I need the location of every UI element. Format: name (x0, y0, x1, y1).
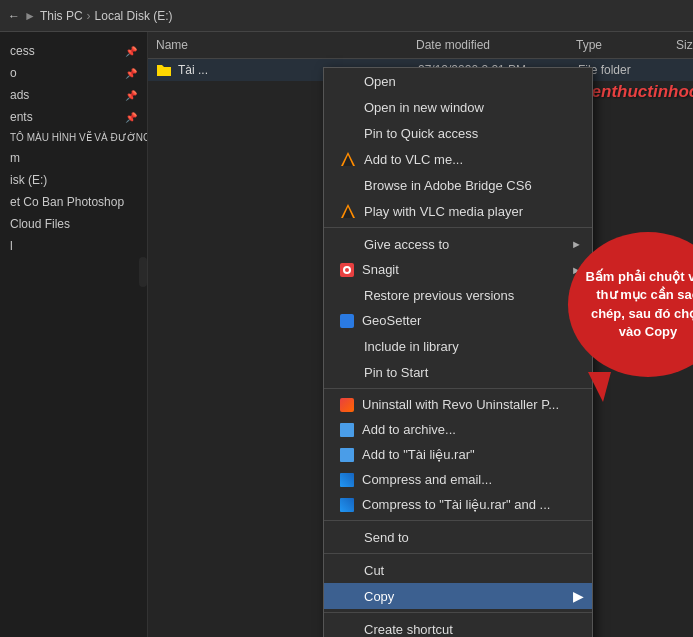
col-header-name[interactable]: Name (148, 36, 408, 54)
sidebar-label-3: ents (10, 110, 33, 124)
vlc-cone-icon (340, 151, 356, 167)
menu-give-access[interactable]: Give access to ► (324, 231, 592, 257)
divider-1 (324, 227, 592, 228)
sidebar-label-8: Cloud Files (10, 217, 70, 231)
menu-add-rar[interactable]: Add to "Tài liệu.rar" (324, 442, 592, 467)
breadcrumb-localdisk[interactable]: Local Disk (E:) (95, 9, 173, 23)
menu-pin-quick[interactable]: Pin to Quick access (324, 120, 592, 146)
menu-add-archive[interactable]: Add to archive... (324, 417, 592, 442)
menu-copy[interactable]: Copy ▶ (324, 583, 592, 609)
compress-email-icon (340, 473, 354, 487)
menu-copy-label: Copy (364, 589, 394, 604)
sidebar-label-2: ads (10, 88, 29, 102)
snagit-icon (340, 263, 354, 277)
menu-cut-label: Cut (364, 563, 384, 578)
menu-adobe-bridge-icon (340, 177, 356, 193)
breadcrumb: ← ► This PC › Local Disk (E:) (8, 9, 173, 23)
divider-2 (324, 388, 592, 389)
menu-open[interactable]: Open (324, 68, 592, 94)
sidebar-label-9: l (10, 239, 13, 253)
sidebar-item-4[interactable]: TÔ MÀU HÌNH VẼ VÀ ĐƯỜNG (0, 128, 147, 147)
compress-rar-icon (340, 498, 354, 512)
back-button[interactable]: ← (8, 9, 20, 23)
menu-add-vlc[interactable]: Add to VLC me... (324, 146, 592, 172)
menu-open-new-label: Open in new window (364, 100, 484, 115)
menu-open-new-window[interactable]: Open in new window (324, 94, 592, 120)
menu-create-shortcut-label: Create shortcut (364, 622, 453, 637)
menu-compress-email[interactable]: Compress and email... (324, 467, 592, 492)
menu-cut[interactable]: Cut (324, 557, 592, 583)
sidebar-pin-2: 📌 (125, 90, 137, 101)
menu-snagit-label: Snagit (362, 262, 399, 277)
sidebar-item-5[interactable]: m (0, 147, 147, 169)
sidebar-label-7: et Co Ban Photoshop (10, 195, 124, 209)
menu-restore-label: Restore previous versions (364, 288, 514, 303)
menu-send-to-label: Send to (364, 530, 409, 545)
menu-give-access-label: Give access to (364, 237, 449, 252)
menu-pin-quick-icon (340, 125, 356, 141)
menu-open-label: Open (364, 74, 396, 89)
sidebar-item-3[interactable]: ents 📌 (0, 106, 147, 128)
cursor-indicator: ▶ (573, 588, 584, 604)
menu-create-shortcut[interactable]: Create shortcut (324, 616, 592, 637)
col-header-type[interactable]: Type (568, 36, 668, 54)
content-area: Name Date modified Type Size Tài ... 27/… (148, 32, 693, 637)
menu-open-new-icon (340, 99, 356, 115)
menu-geosetter[interactable]: GeoSetter (324, 308, 592, 333)
revo-icon (340, 398, 354, 412)
menu-pin-start-label: Pin to Start (364, 365, 428, 380)
geosetter-icon (340, 314, 354, 328)
breadcrumb-sep2: › (87, 9, 91, 23)
sidebar-item-8[interactable]: Cloud Files (0, 213, 147, 235)
sidebar-label-5: m (10, 151, 20, 165)
menu-pin-start-icon (340, 364, 356, 380)
sidebar-label-6: isk (E:) (10, 173, 47, 187)
sidebar-item-2[interactable]: ads 📌 (0, 84, 147, 106)
menu-pin-start[interactable]: Pin to Start (324, 359, 592, 385)
menu-include-library[interactable]: Include in library (324, 333, 592, 359)
sidebar-label-0: cess (10, 44, 35, 58)
file-type: File folder (578, 63, 678, 77)
sidebar-label-4: TÔ MÀU HÌNH VẼ VÀ ĐƯỜNG (10, 132, 147, 143)
menu-pin-quick-label: Pin to Quick access (364, 126, 478, 141)
menu-adobe-bridge[interactable]: Browse in Adobe Bridge CS6 (324, 172, 592, 198)
sidebar-pin-3: 📌 (125, 112, 137, 123)
sidebar-pin-0: 📌 (125, 46, 137, 57)
menu-geosetter-label: GeoSetter (362, 313, 421, 328)
menu-compress-rar[interactable]: Compress to "Tài liệu.rar" and ... (324, 492, 592, 517)
col-header-date[interactable]: Date modified (408, 36, 568, 54)
vlc-play-icon (340, 203, 356, 219)
menu-restore-icon (340, 287, 356, 303)
column-headers: Name Date modified Type Size (148, 32, 693, 59)
sidebar-scrollbar[interactable] (139, 257, 147, 287)
archive-icon (340, 423, 354, 437)
breadcrumb-separator: ► (24, 9, 36, 23)
menu-snagit[interactable]: Snagit ► (324, 257, 592, 282)
menu-uninstall-revo[interactable]: Uninstall with Revo Uninstaller P... (324, 392, 592, 417)
context-menu: Open Open in new window Pin to Quick acc… (323, 67, 593, 637)
menu-add-rar-label: Add to "Tài liệu.rar" (362, 447, 475, 462)
menu-send-to[interactable]: Send to (324, 524, 592, 550)
menu-add-archive-label: Add to archive... (362, 422, 456, 437)
menu-restore[interactable]: Restore previous versions (324, 282, 592, 308)
menu-compress-rar-label: Compress to "Tài liệu.rar" and ... (362, 497, 550, 512)
menu-include-library-icon (340, 338, 356, 354)
sidebar-item-6[interactable]: isk (E:) (0, 169, 147, 191)
divider-3 (324, 520, 592, 521)
svg-point-5 (345, 268, 349, 272)
give-access-arrow: ► (571, 238, 582, 250)
sidebar: cess 📌 o 📌 ads 📌 ents 📌 TÔ MÀU HÌNH VẼ V… (0, 32, 148, 637)
title-bar: ← ► This PC › Local Disk (E:) (0, 0, 693, 32)
sidebar-item-0[interactable]: cess 📌 (0, 40, 147, 62)
sidebar-pin-1: 📌 (125, 68, 137, 79)
sidebar-item-9[interactable]: l (0, 235, 147, 257)
menu-play-vlc[interactable]: Play with VLC media player (324, 198, 592, 224)
sidebar-item-7[interactable]: et Co Ban Photoshop (0, 191, 147, 213)
menu-create-shortcut-icon (340, 621, 356, 637)
col-header-size[interactable]: Size (668, 36, 693, 54)
breadcrumb-thispc[interactable]: This PC (40, 9, 83, 23)
divider-5 (324, 612, 592, 613)
menu-uninstall-revo-label: Uninstall with Revo Uninstaller P... (362, 397, 559, 412)
sidebar-item-1[interactable]: o 📌 (0, 62, 147, 84)
menu-cut-icon (340, 562, 356, 578)
